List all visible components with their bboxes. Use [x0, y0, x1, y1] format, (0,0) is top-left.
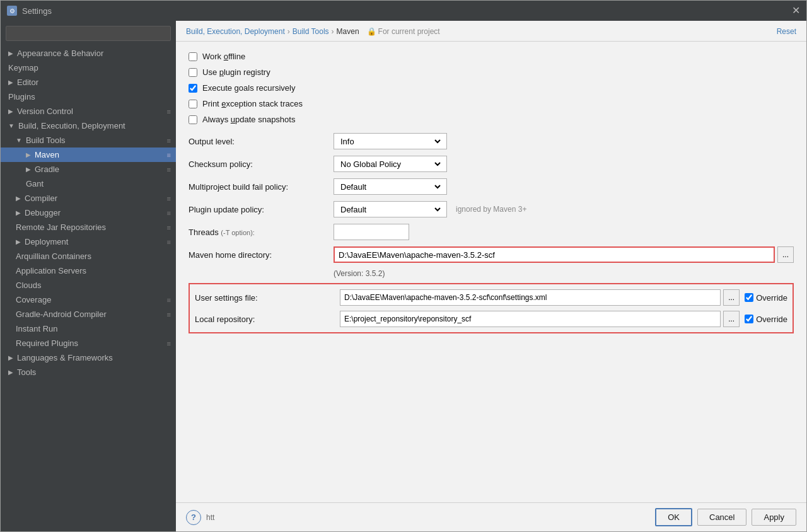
multiproject-policy-select[interactable]: Default Fail at End Never Fail [338, 182, 443, 192]
sidebar-item-label: Remote Jar Repositories [16, 223, 106, 232]
user-settings-browse-button[interactable]: ... [723, 289, 740, 306]
arrow-icon: ▶ [16, 195, 21, 202]
vcs-badge: ≡ [167, 108, 171, 115]
execute-goals-checkbox[interactable] [189, 84, 197, 93]
title-bar-title: Settings [22, 6, 52, 16]
sidebar-item-tools[interactable]: ▶ Tools [1, 365, 176, 379]
arrow-icon: ▶ [8, 79, 13, 86]
plugin-update-dropdown[interactable]: Default Force Never [334, 201, 447, 217]
checksum-policy-select[interactable]: No Global Policy Strict Warn [338, 159, 443, 170]
sidebar-item-debugger[interactable]: ▶ Debugger ≡ [1, 205, 176, 220]
output-level-select[interactable]: Info Debug Warn Error [338, 136, 443, 147]
sidebar-item-label: Instant Run [16, 324, 58, 333]
reset-button[interactable]: Reset [777, 27, 796, 36]
title-bar: ⚙ Settings ✕ [1, 1, 806, 21]
build-tools-badge: ≡ [167, 137, 171, 144]
checkbox-execute-goals: Execute goals recursively [189, 83, 794, 93]
title-bar-left: ⚙ Settings [7, 6, 52, 16]
sidebar-item-label: Build, Execution, Deployment [18, 121, 125, 130]
info-icon: 🔒 [367, 27, 376, 36]
required-plugins-badge: ≡ [167, 340, 171, 347]
coverage-badge: ≡ [167, 296, 171, 304]
plugin-update-note: ignored by Maven 3+ [456, 205, 526, 214]
settings-dialog: ⚙ Settings ✕ ▶ Appearance & Behavior Key… [0, 0, 807, 532]
sidebar-item-label: Coverage [16, 295, 51, 304]
breadcrumb-build[interactable]: Build, Execution, Deployment [186, 27, 285, 36]
sidebar-item-appearance[interactable]: ▶ Appearance & Behavior [1, 46, 176, 61]
work-offline-checkbox[interactable] [189, 52, 197, 61]
help-button[interactable]: ? [186, 510, 201, 525]
plugin-update-select[interactable]: Default Force Never [338, 204, 443, 215]
sidebar-item-label: Gradle-Android Compiler [16, 309, 107, 319]
arrow-icon: ▶ [8, 108, 13, 115]
sidebar-item-label: Clouds [16, 280, 41, 290]
sidebar-item-maven[interactable]: ▶ Maven ≡ [1, 147, 176, 162]
local-repo-input[interactable] [340, 311, 721, 327]
sidebar-item-label: Required Plugins [16, 338, 78, 348]
sidebar-item-gradle[interactable]: ▶ Gradle ≡ [1, 162, 176, 176]
sidebar-item-compiler[interactable]: ▶ Compiler ≡ [1, 191, 176, 205]
sidebar-item-arquillian[interactable]: Arquillian Containers [1, 249, 176, 263]
maven-home-browse-button[interactable]: ... [777, 246, 794, 263]
local-repo-override-checkbox[interactable] [745, 315, 753, 323]
main-content: Build, Execution, Deployment › Build Too… [176, 21, 806, 531]
user-settings-override-checkbox[interactable] [745, 293, 753, 302]
always-update-checkbox[interactable] [189, 115, 197, 124]
sidebar-item-languages[interactable]: ▶ Languages & Frameworks [1, 350, 176, 365]
sidebar-item-label: Application Servers [16, 266, 86, 275]
local-repo-label: Local repository: [195, 315, 340, 324]
local-repo-browse-button[interactable]: ... [723, 311, 740, 327]
maven-home-row: Maven home directory: ... [189, 246, 794, 263]
sidebar-item-keymap[interactable]: Keymap [1, 61, 176, 75]
maven-home-input[interactable] [334, 246, 775, 263]
multiproject-policy-control: Default Fail at End Never Fail [334, 178, 794, 195]
gradle-badge: ≡ [167, 166, 171, 173]
user-settings-input[interactable] [340, 289, 721, 306]
sidebar-item-remote-jar[interactable]: Remote Jar Repositories ≡ [1, 220, 176, 234]
sidebar-item-build-execution[interactable]: ▼ Build, Execution, Deployment [1, 119, 176, 133]
apply-button[interactable]: Apply [752, 509, 796, 526]
arrow-icon: ▶ [8, 369, 13, 376]
sidebar-item-label: Gant [26, 179, 44, 188]
arrow-icon: ▶ [16, 209, 21, 216]
sidebar-item-gradle-android[interactable]: Gradle-Android Compiler ≡ [1, 307, 176, 321]
print-exception-checkbox[interactable] [189, 100, 197, 108]
multiproject-policy-row: Multiproject build fail policy: Default … [189, 178, 794, 195]
threads-input[interactable] [334, 224, 409, 240]
form-section: Output level: Info Debug Warn Error [189, 133, 794, 333]
local-repo-override-label: Override [756, 315, 787, 324]
multiproject-policy-dropdown[interactable]: Default Fail at End Never Fail [334, 178, 447, 195]
breadcrumb-current: Maven [337, 27, 359, 36]
sidebar-item-label: Tools [17, 367, 36, 377]
user-settings-row: User settings file: ... Override [195, 289, 787, 306]
checksum-policy-dropdown[interactable]: No Global Policy Strict Warn [334, 156, 447, 172]
output-level-row: Output level: Info Debug Warn Error [189, 133, 794, 149]
sidebar-item-clouds[interactable]: Clouds [1, 278, 176, 292]
sidebar-item-deployment[interactable]: ▶ Deployment ≡ [1, 234, 176, 249]
sidebar-item-build-tools[interactable]: ▼ Build Tools ≡ [1, 133, 176, 147]
arrow-icon: ▶ [26, 151, 31, 158]
arrow-icon: ▶ [26, 166, 31, 173]
sidebar-item-coverage[interactable]: Coverage ≡ [1, 292, 176, 307]
plugin-registry-checkbox[interactable] [189, 68, 197, 77]
sidebar-item-instant-run[interactable]: Instant Run [1, 321, 176, 336]
sidebar-item-plugins[interactable]: Plugins [1, 90, 176, 104]
sidebar-item-version-control[interactable]: ▶ Version Control ≡ [1, 104, 176, 119]
output-level-dropdown[interactable]: Info Debug Warn Error [334, 133, 447, 149]
work-offline-label: Work offline [202, 52, 245, 61]
sidebar-item-required-plugins[interactable]: Required Plugins ≡ [1, 336, 176, 350]
local-repo-row: Local repository: ... Override [195, 311, 787, 327]
sidebar-item-gant[interactable]: Gant [1, 176, 176, 191]
sidebar-item-label: Editor [17, 78, 38, 87]
cancel-button[interactable]: Cancel [697, 509, 746, 526]
sidebar-item-label: Build Tools [26, 136, 66, 145]
ok-button[interactable]: OK [655, 508, 692, 526]
close-button[interactable]: ✕ [792, 6, 800, 16]
debugger-badge: ≡ [167, 209, 171, 217]
breadcrumb-build-tools[interactable]: Build Tools [293, 27, 329, 36]
sidebar-item-label: Version Control [17, 107, 73, 116]
checksum-policy-label: Checksum policy: [189, 159, 334, 169]
sidebar-item-app-servers[interactable]: Application Servers [1, 263, 176, 278]
sidebar-item-editor[interactable]: ▶ Editor [1, 75, 176, 90]
search-input[interactable] [6, 26, 171, 41]
